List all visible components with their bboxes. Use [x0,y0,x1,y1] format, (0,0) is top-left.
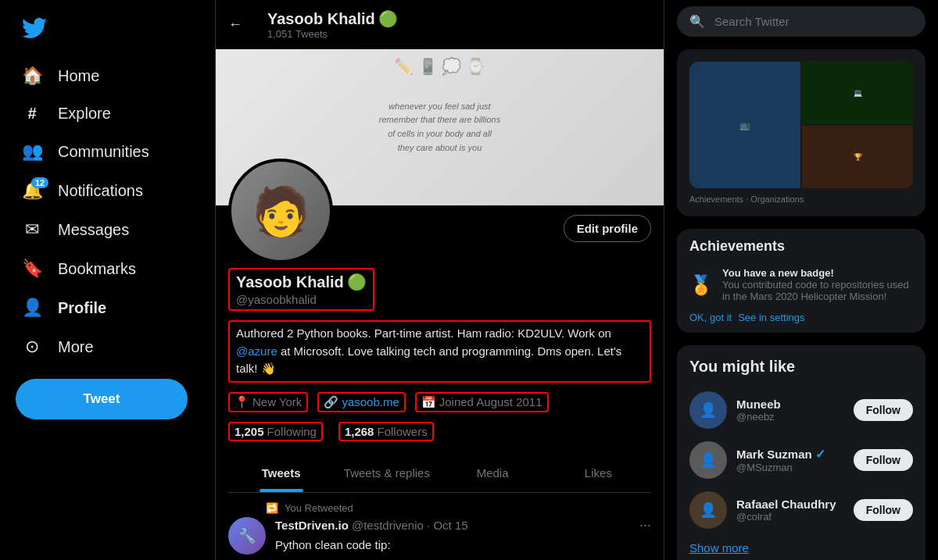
tab-tweets[interactable]: Tweets [228,454,334,492]
achievement-text: You have a new badge! You contributed co… [722,267,913,302]
rec-handle-mark: @MSuzman [736,462,844,473]
rec-info-rafaael: Rafaael Chaudhry @colraf [736,498,844,523]
followers-count: 1,268 [345,425,374,438]
rec-item-muneeb: 👤 Muneeb @neebz Follow [689,385,913,435]
ok-got-it-link[interactable]: OK, got it [689,312,732,323]
location-meta: 📍 New York [228,392,308,412]
rec-avatar-muneeb: 👤 [689,391,727,429]
trending-img-1: 💻 [802,62,913,124]
communities-icon: 👥 [22,141,42,162]
sidebar-item-communities[interactable]: 👥 Communities [9,132,162,171]
rec-avatar-rafaael: 👤 [689,491,727,529]
notification-badge: 12 [31,177,48,188]
edit-profile-button[interactable]: Edit profile [564,215,651,242]
profile-handle: @yasoobkhalid [236,293,367,306]
trending-img-2: 🏆 [802,126,913,188]
tweet-author: TestDriven.io @testdrivenio · Oct 15 [275,519,468,532]
sidebar-item-label: Home [58,67,99,85]
you-might-like-title: You might like [689,358,913,376]
rec-item-mark: 👤 Mark Suzman ✓ @MSuzman Follow [689,435,913,485]
sidebar-item-notifications[interactable]: 🔔 Notifications 12 [9,171,162,210]
profile-display-name: Yasoob Khalid 🟢 [236,273,367,291]
rec-handle-rafaael: @colraf [736,511,844,523]
sidebar-item-label: Notifications [58,182,143,200]
sidebar-item-messages[interactable]: ✉ Messages [9,210,162,249]
avatar-wrap: 🧑 [228,159,333,263]
tweet-more-button[interactable]: ··· [639,517,651,533]
azure-mention[interactable]: @azure [236,344,277,358]
rec-item-rafaael: 👤 Rafaael Chaudhry @colraf Follow [689,485,913,535]
achievement-title: Achievements [689,238,913,255]
badge-icon: 🏅 [689,274,713,296]
sidebar-item-label: Profile [58,299,106,317]
profile-top-name: Yasoob Khalid 🟢 [267,9,398,28]
tweet-handle-date: @testdrivenio · Oct 15 [352,519,468,532]
sidebar-item-label: Explore [58,105,111,123]
tab-media[interactable]: Media [440,454,546,492]
sidebar-item-profile[interactable]: 👤 Profile [9,288,162,327]
tweet-button[interactable]: Tweet [16,379,188,419]
followers-stat[interactable]: 1,268 Followers [338,422,434,441]
achievement-desc: You contributed code to repositories use… [722,279,909,302]
tweet-text: Python clean code tip: Use casefold when… [275,537,651,561]
sidebar-nav: 🏠 Home # Explore 👥 Communities 🔔 Notific… [9,56,162,366]
avatar: 🧑 [228,159,333,263]
achievement-name: You have a new badge! [722,267,913,279]
profile-section: 🧑 Edit profile Yasoob Khalid 🟢 @yasoobkh… [216,205,664,493]
twitter-logo[interactable] [9,6,59,53]
back-button[interactable]: ← [228,16,242,33]
search-bar: 🔍 [677,0,925,43]
sidebar-item-label: Communities [58,143,149,161]
link-icon: 🔗 [324,395,338,409]
see-in-settings-link[interactable]: See in settings [738,312,804,323]
following-label: Following [267,425,317,438]
show-more-link[interactable]: Show more [689,535,913,560]
main-content: ← Yasoob Khalid 🟢 1,051 Tweets whenever … [215,0,664,560]
profile-meta: 📍 New York 🔗 yasoob.me 📅 Joined August 2… [228,392,651,412]
tweet-body: TestDriven.io @testdrivenio · Oct 15 ···… [275,517,651,561]
sidebar-item-more[interactable]: ⊙ More [9,327,162,366]
search-icon: 🔍 [689,14,705,29]
calendar-icon: 📅 [421,395,436,409]
recommendations-section: You might like 👤 Muneeb @neebz Follow 👤 … [677,345,925,560]
tweet-item: 🔁 You Retweeted 🔧 TestDriven.io @testdri… [216,493,664,561]
profile-top-info: Yasoob Khalid 🟢 1,051 Tweets [267,9,398,40]
follow-button-rafaael[interactable]: Follow [854,499,913,521]
profile-bio: Authored 2 Python books. Part-time artis… [228,320,651,383]
person-icon: 👤 [22,298,42,318]
search-input-wrap[interactable]: 🔍 [677,6,925,37]
sidebar: 🏠 Home # Explore 👥 Communities 🔔 Notific… [0,0,215,560]
rec-name-mark: Mark Suzman ✓ [736,447,844,462]
trending-images-grid: 📺 💻 🏆 [689,62,913,188]
tab-likes[interactable]: Likes [546,454,651,492]
website-meta[interactable]: 🔗 yasoob.me [317,392,405,412]
profile-tabs: Tweets Tweets & replies Media Likes [228,454,651,493]
verified-icon-mark: ✓ [815,447,825,462]
achievement-section: Achievements 🏅 You have a new badge! You… [677,229,925,333]
location-text: New York [252,395,302,408]
joined-text: Joined August 2011 [439,395,542,408]
tweet-header: TestDriven.io @testdrivenio · Oct 15 ··· [275,517,651,533]
home-icon: 🏠 [22,66,42,86]
rec-info-muneeb: Muneeb @neebz [736,398,844,423]
retweet-icon: 🔁 [266,502,278,514]
follow-button-muneeb[interactable]: Follow [854,399,913,421]
following-stat[interactable]: 1,205 Following [228,422,323,441]
trending-img-main: 📺 [689,62,800,188]
search-input[interactable] [714,15,913,28]
following-count: 1,205 [234,425,264,438]
tab-tweets-replies[interactable]: Tweets & replies [334,454,439,492]
trending-image-card: 📺 💻 🏆 Achievements · Organizations [677,49,925,216]
profile-name-section: Yasoob Khalid 🟢 @yasoobkhalid [228,268,374,311]
rec-avatar-mark: 👤 [689,441,727,479]
sidebar-item-explore[interactable]: # Explore [9,95,162,132]
more-icon: ⊙ [22,337,42,357]
follow-button-mark[interactable]: Follow [854,449,913,471]
rec-name-rafaael: Rafaael Chaudhry [736,498,844,511]
explore-icon: # [22,105,42,123]
website-link[interactable]: yasoob.me [342,395,399,408]
mail-icon: ✉ [22,219,42,240]
sidebar-item-bookmarks[interactable]: 🔖 Bookmarks [9,249,162,288]
sidebar-item-home[interactable]: 🏠 Home [9,56,162,95]
tweet-author-name: TestDriven.io [275,519,349,532]
